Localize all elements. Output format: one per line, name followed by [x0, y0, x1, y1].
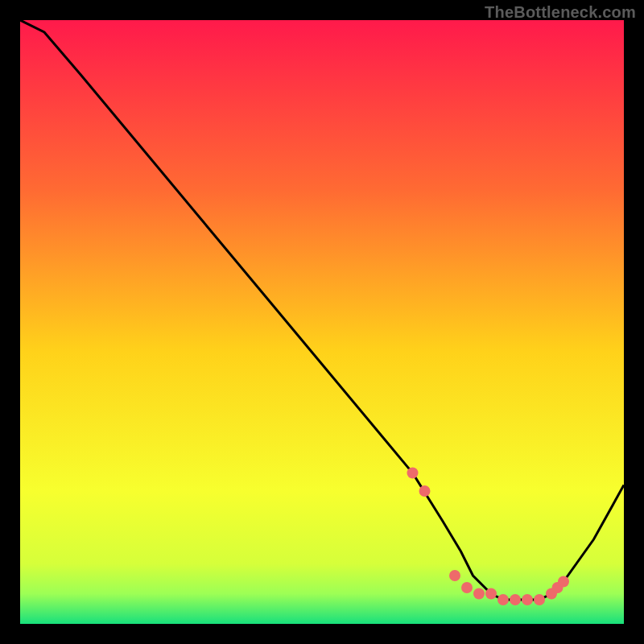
plot-surface [20, 20, 624, 624]
marker-point [534, 594, 545, 605]
marker-point [497, 594, 509, 605]
marker-point [473, 588, 485, 600]
marker-point [510, 594, 521, 605]
marker-point [558, 576, 569, 588]
marker-point [522, 594, 533, 605]
watermark-text: TheBottleneck.com [485, 3, 636, 22]
marker-point [407, 468, 419, 479]
marker-point [485, 588, 497, 600]
marker-point [449, 570, 460, 581]
chart-frame: { "watermark": "TheBottleneck.com", "col… [0, 0, 644, 644]
marker-point [461, 582, 473, 593]
marker-point [419, 485, 431, 497]
